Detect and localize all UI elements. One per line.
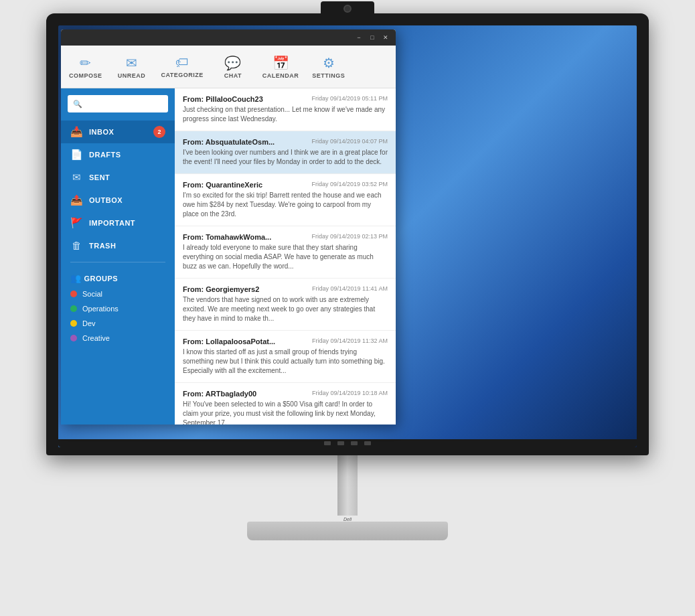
minimize-button[interactable]: −	[354, 33, 364, 42]
sidebar-item-important[interactable]: 🚩 IMPORTANT	[61, 212, 175, 234]
monitor-btn-2[interactable]	[337, 441, 344, 445]
groups-label: GROUPS	[84, 275, 118, 283]
group-creative[interactable]: Creative	[61, 331, 175, 345]
sent-icon: ✉	[70, 171, 82, 183]
webcam-bump	[321, 1, 374, 16]
group-name-operations: Operations	[82, 305, 119, 313]
calendar-label: CALENDAR	[262, 72, 299, 79]
webcam-lens	[343, 5, 352, 13]
categorize-icon: 🏷	[175, 55, 189, 70]
email-header-row: From: PillaIooCouch23 Friday 09/14/2019 …	[183, 95, 388, 103]
maximize-button[interactable]: □	[368, 33, 377, 42]
email-header-row-7: From: ARTbaglady00 Friday 09/14/2019 10:…	[183, 390, 388, 398]
main-area: 🔍 📥 INBOX 2 📄 DRAFTS	[61, 88, 396, 425]
calendar-icon: 📅	[273, 55, 289, 71]
group-dot-creative	[70, 335, 77, 341]
title-bar: − □ ✕	[61, 29, 396, 46]
email-from-6: From: LollapaloosaPotat...	[183, 337, 275, 345]
monitor-btn-3[interactable]	[351, 441, 358, 445]
important-label: IMPORTANT	[89, 219, 135, 227]
email-date-6: Friday 09/14/2019 11:32 AM	[312, 337, 388, 345]
email-item-6[interactable]: From: LollapaloosaPotat... Friday 09/14/…	[175, 331, 396, 383]
email-from-2: From: AbsquatuIateOsm...	[183, 138, 275, 146]
sidebar: 🔍 📥 INBOX 2 📄 DRAFTS	[61, 88, 175, 425]
sidebar-item-sent[interactable]: ✉ SENT	[61, 166, 175, 189]
email-list: From: PillaIooCouch23 Friday 09/14/2019 …	[175, 88, 396, 425]
groups-header: 👥 GROUPS	[61, 268, 175, 287]
email-preview-2: I've been looking over numbers and I thi…	[183, 148, 388, 167]
close-button[interactable]: ✕	[381, 33, 390, 42]
unread-icon: ✉	[126, 55, 137, 71]
search-box[interactable]: 🔍	[68, 95, 168, 112]
toolbar-unread[interactable]: ✉ UNREAD	[116, 55, 148, 79]
search-input[interactable]	[86, 100, 163, 108]
screen: − □ ✕ ✏ COMPOSE ✉ UNREAD 🏷	[58, 25, 637, 447]
unread-label: UNREAD	[118, 72, 146, 79]
email-header-row-5: From: Georgiemyers2 Friday 09/14/2019 11…	[183, 285, 388, 293]
sidebar-item-trash[interactable]: 🗑 TRASH	[61, 234, 175, 256]
email-from-1: From: PillaIooCouch23	[183, 95, 263, 103]
email-date-7: Friday 09/14/2019 10:18 AM	[312, 390, 388, 398]
email-preview-3: I'm so excited for the ski trip! Barrett…	[183, 191, 388, 219]
email-date-1: Friday 09/14/2019 05:11 PM	[311, 95, 388, 103]
group-dot-dev	[70, 320, 77, 327]
trash-icon: 🗑	[70, 240, 82, 251]
email-item-2[interactable]: From: AbsquatuIateOsm... Friday 09/14/20…	[175, 131, 396, 174]
outbox-icon: 📤	[70, 194, 82, 206]
sidebar-item-outbox[interactable]: 📤 OUTBOX	[61, 189, 175, 212]
monitor-bezel: − □ ✕ ✏ COMPOSE ✉ UNREAD 🏷	[46, 13, 649, 455]
group-social[interactable]: Social	[61, 287, 175, 301]
toolbar-categorize[interactable]: 🏷 CATEGORIZE	[161, 55, 204, 78]
email-app-window: − □ ✕ ✏ COMPOSE ✉ UNREAD 🏷	[61, 29, 396, 425]
group-dot-operations	[70, 305, 77, 312]
email-header-row-2: From: AbsquatuIateOsm... Friday 09/14/20…	[183, 138, 388, 146]
sidebar-item-inbox[interactable]: 📥 INBOX 2	[61, 121, 175, 143]
email-item-4[interactable]: From: TomahawkWoma... Friday 09/14/2019 …	[175, 226, 396, 279]
groups-icon: 👥	[70, 273, 81, 283]
email-preview-6: I know this started off as just a small …	[183, 348, 388, 376]
group-dot-social	[70, 291, 77, 297]
email-header-row-3: From: QuarantineXeric Friday 09/14/2019 …	[183, 181, 388, 189]
settings-icon: ⚙	[323, 55, 335, 71]
toolbar-compose[interactable]: ✏ COMPOSE	[69, 55, 102, 79]
compose-icon: ✏	[80, 55, 91, 71]
monitor-stand	[247, 522, 448, 540]
email-preview-5: The vendors that have signed on to work …	[183, 295, 388, 323]
email-from-3: From: QuarantineXeric	[183, 181, 262, 189]
monitor-btn-4[interactable]	[364, 441, 371, 445]
group-operations[interactable]: Operations	[61, 301, 175, 316]
email-item-5[interactable]: From: Georgiemyers2 Friday 09/14/2019 11…	[175, 279, 396, 331]
outbox-label: OUTBOX	[89, 196, 123, 204]
email-preview-7: Hi! You've been selected to win a $500 V…	[183, 400, 388, 425]
email-header-row-4: From: TomahawkWoma... Friday 09/14/2019 …	[183, 233, 388, 241]
toolbar-calendar[interactable]: 📅 CALENDAR	[262, 55, 299, 79]
monitor-wrapper: − □ ✕ ✏ COMPOSE ✉ UNREAD 🏷	[19, 13, 676, 603]
chat-label: CHAT	[224, 72, 242, 79]
toolbar-chat[interactable]: 💬 CHAT	[217, 55, 249, 79]
toolbar-settings[interactable]: ⚙ SETTINGS	[312, 55, 345, 79]
email-from-7: From: ARTbaglady00	[183, 390, 256, 398]
monitor-bottom-bar	[58, 439, 637, 447]
search-icon: 🔍	[73, 100, 82, 108]
sidebar-item-drafts[interactable]: 📄 DRAFTS	[61, 143, 175, 166]
email-item-3[interactable]: From: QuarantineXeric Friday 09/14/2019 …	[175, 174, 396, 226]
email-from-4: From: TomahawkWoma...	[183, 233, 271, 241]
email-item-7[interactable]: From: ARTbaglady00 Friday 09/14/2019 10:…	[175, 383, 396, 425]
email-from-5: From: Georgiemyers2	[183, 285, 259, 293]
sidebar-divider	[70, 262, 165, 262]
trash-label: TRASH	[89, 242, 116, 250]
group-dev[interactable]: Dev	[61, 316, 175, 331]
sent-label: SENT	[89, 173, 110, 181]
group-name-creative: Creative	[82, 334, 110, 342]
email-date-5: Friday 09/14/2019 11:41 AM	[312, 285, 388, 293]
settings-label: SETTINGS	[312, 72, 345, 79]
email-date-3: Friday 09/14/2019 03:52 PM	[311, 181, 388, 189]
email-item-1[interactable]: From: PillaIooCouch23 Friday 09/14/2019 …	[175, 88, 396, 131]
toolbar: ✏ COMPOSE ✉ UNREAD 🏷 CATEGORIZE 💬 CHAT	[61, 46, 396, 88]
group-name-dev: Dev	[82, 319, 96, 327]
drafts-label: DRAFTS	[89, 151, 121, 159]
email-preview-4: I already told everyone to make sure tha…	[183, 243, 388, 271]
monitor-btn-1[interactable]	[324, 441, 331, 445]
inbox-icon: 📥	[70, 126, 82, 138]
important-icon: 🚩	[70, 217, 82, 229]
